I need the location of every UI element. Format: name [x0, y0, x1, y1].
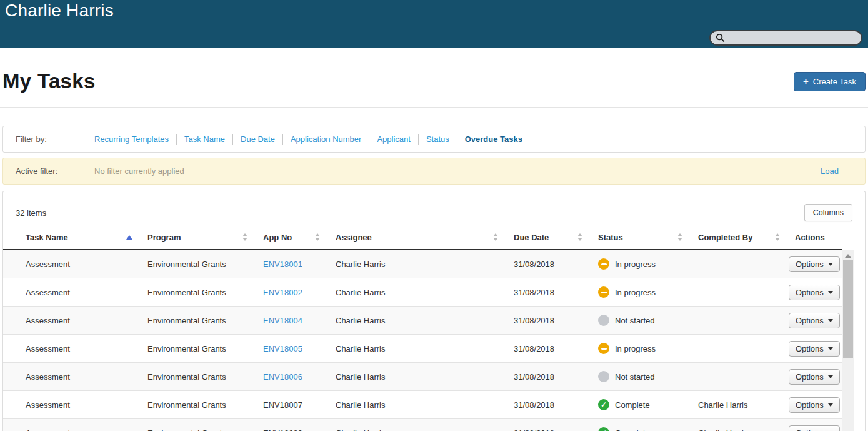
create-task-label: Create Task [813, 77, 856, 86]
search-input[interactable] [728, 33, 855, 43]
cell-due-date: 31/08/2018 [513, 288, 597, 297]
cell-app-no[interactable]: ENV18002 [263, 288, 302, 297]
column-header-actions[interactable]: Actions [795, 233, 842, 242]
filter-link-due-date[interactable]: Due Date [233, 134, 282, 144]
page-title: My Tasks [2, 69, 96, 93]
search-icon [716, 33, 725, 43]
filter-link-task-name[interactable]: Task Name [177, 134, 232, 144]
table-scrollbar[interactable] [842, 250, 854, 431]
create-task-button[interactable]: + Create Task [794, 72, 866, 91]
column-header-task-name[interactable]: Task Name [3, 233, 147, 242]
status-label: Complete [615, 400, 650, 410]
table-row: Assessment Environmental Grants ENV18006… [3, 363, 842, 391]
cell-task-name: Assessment [3, 344, 147, 353]
active-filter-label: Active filter: [16, 166, 94, 176]
columns-button[interactable]: Columns [804, 204, 852, 221]
column-header-program[interactable]: Program [147, 233, 262, 242]
search-box[interactable] [709, 30, 862, 46]
user-name: Charlie Harris [5, 1, 114, 21]
cell-task-name: Assessment [3, 428, 147, 431]
sort-arrows-icon[interactable] [315, 233, 320, 241]
cell-status: Complete [597, 427, 697, 431]
cell-completed-by: Charlie Harris [697, 400, 795, 410]
status-label: In progress [615, 260, 656, 269]
active-filter-value: No filter currently applied [94, 166, 821, 176]
sort-arrows-icon[interactable] [775, 233, 780, 241]
caret-down-icon [828, 263, 833, 266]
cell-task-name: Assessment [3, 316, 147, 325]
cell-assignee: Charlie Harris [335, 372, 513, 382]
options-button[interactable]: Options [789, 425, 840, 431]
cell-status: In progress [597, 286, 697, 298]
options-button[interactable]: Options [789, 369, 840, 385]
cell-actions: Options [795, 313, 842, 328]
cell-status: Complete [597, 399, 697, 410]
table-row: Assessment Environmental Grants ENV18002… [3, 278, 842, 307]
cell-app-no[interactable]: ENV18001 [263, 260, 302, 269]
sort-arrows-icon[interactable] [677, 233, 682, 241]
active-filter-bar: Active filter: No filter currently appli… [2, 158, 866, 185]
scrollbar-thumb[interactable] [843, 260, 853, 358]
cell-status: Not started [597, 315, 697, 326]
filter-link-application-number[interactable]: Application Number [283, 134, 369, 144]
cell-due-date: 31/08/2018 [513, 344, 597, 353]
cell-due-date: 31/08/2018 [513, 428, 597, 431]
filter-bar: Filter by: Recurring TemplatesTask NameD… [2, 126, 866, 153]
column-header-status[interactable]: Status [597, 233, 697, 242]
table-row: Assessment Environmental Grants ENV18001… [3, 250, 842, 278]
sort-arrows-icon[interactable] [493, 233, 498, 241]
tasks-table-card: 32 items Columns Task Name Program App N… [2, 191, 866, 431]
column-header-app-no[interactable]: App No [262, 233, 335, 242]
cell-program: Environmental Grants [147, 372, 262, 382]
app-header: Charlie Harris [0, 0, 868, 48]
cell-due-date: 31/08/2018 [513, 260, 597, 269]
cell-assignee: Charlie Harris [335, 260, 513, 269]
filter-by-label: Filter by: [16, 134, 94, 144]
options-button[interactable]: Options [789, 313, 840, 328]
cell-actions: Options [795, 341, 842, 357]
sort-arrows-icon[interactable] [126, 235, 132, 240]
filter-link-overdue-tasks[interactable]: Overdue Tasks [457, 134, 530, 144]
options-button[interactable]: Options [789, 285, 840, 300]
cell-assignee: Charlie Harris [335, 428, 513, 431]
page-divider [0, 107, 868, 108]
caret-down-icon [828, 347, 833, 350]
sort-arrows-icon[interactable] [242, 233, 247, 241]
cell-program: Environmental Grants [147, 288, 262, 297]
column-header-assignee[interactable]: Assignee [335, 233, 513, 242]
status-label: In progress [615, 344, 656, 353]
options-button[interactable]: Options [789, 256, 840, 272]
filter-link-recurring-templates[interactable]: Recurring Templates [94, 134, 176, 144]
cell-app-no[interactable]: ENV18006 [263, 372, 302, 382]
cell-app-no: ENV18009 [263, 428, 302, 431]
column-header-completed-by[interactable]: Completed By [697, 233, 795, 242]
load-filter-link[interactable]: Load [821, 166, 839, 176]
cell-status: In progress [597, 258, 697, 270]
cell-app-no[interactable]: ENV18005 [263, 344, 302, 353]
filter-links: Recurring TemplatesTask NameDue DateAppl… [94, 134, 530, 145]
cell-due-date: 31/08/2018 [513, 372, 597, 382]
column-header-due-date[interactable]: Due Date [513, 233, 597, 242]
options-button[interactable]: Options [789, 341, 840, 357]
table-toolbar: 32 items Columns [3, 191, 865, 225]
options-button[interactable]: Options [789, 397, 840, 413]
cell-status: In progress [597, 343, 697, 354]
cell-task-name: Assessment [3, 372, 147, 382]
scrollbar-up-arrow-icon[interactable] [845, 254, 851, 258]
table-row: Assessment Environmental Grants ENV18009… [3, 419, 842, 431]
cell-app-no[interactable]: ENV18004 [263, 316, 302, 325]
cell-assignee: Charlie Harris [335, 344, 513, 353]
cell-actions: Options [795, 397, 842, 413]
filter-link-status[interactable]: Status [419, 134, 457, 144]
filter-link-applicant[interactable]: Applicant [369, 134, 417, 144]
cell-program: Environmental Grants [147, 316, 262, 325]
table-row: Assessment Environmental Grants ENV18007… [3, 391, 842, 419]
status-not-started-icon [598, 371, 609, 382]
cell-due-date: 31/08/2018 [513, 400, 597, 410]
cell-status: Not started [597, 371, 697, 382]
sort-arrows-icon[interactable] [577, 233, 582, 241]
table-header-row: Task Name Program App No Assignee Due Da… [3, 225, 842, 250]
caret-down-icon [828, 291, 833, 294]
table-body: Assessment Environmental Grants ENV18001… [3, 250, 842, 431]
table-row: Assessment Environmental Grants ENV18004… [3, 307, 842, 335]
